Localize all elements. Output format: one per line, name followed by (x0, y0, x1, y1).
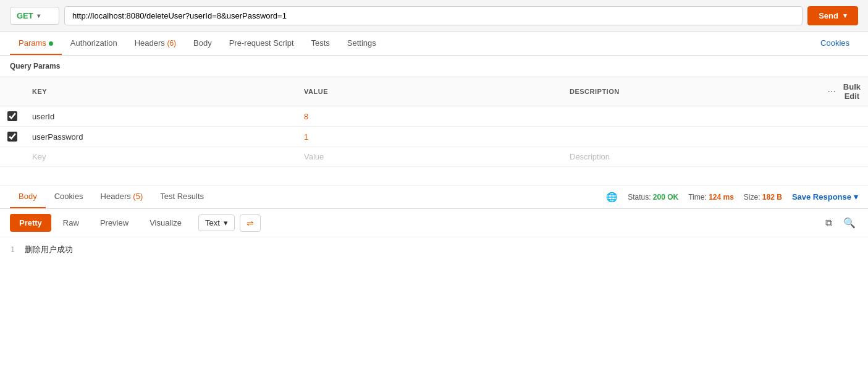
save-response-button[interactable]: Save Response ▾ (792, 192, 858, 201)
tab-body[interactable]: Body (185, 32, 221, 55)
col-header-key: KEY (25, 77, 297, 106)
response-tab-cookies[interactable]: Cookies (46, 185, 92, 208)
search-button[interactable]: 🔍 (841, 214, 858, 231)
row2-key[interactable]: userPassword (32, 132, 83, 142)
empty-key-placeholder[interactable]: Key (32, 152, 46, 161)
query-params-label: Query Params (0, 56, 868, 77)
url-input[interactable] (64, 6, 803, 25)
format-tab-preview[interactable]: Preview (91, 214, 138, 232)
row2-value[interactable]: 1 (304, 132, 308, 142)
response-tab-headers[interactable]: Headers (5) (92, 185, 152, 208)
tab-cookies[interactable]: Cookies (812, 32, 858, 55)
tab-prerequest[interactable]: Pre-request Script (221, 32, 303, 55)
tab-tests[interactable]: Tests (303, 32, 339, 55)
row2-checkbox[interactable] (7, 132, 17, 142)
col-header-actions: ··· Bulk Edit (817, 77, 868, 106)
tab-params[interactable]: Params (10, 32, 62, 55)
format-tab-visualize[interactable]: Visualize (140, 214, 191, 232)
line-number-1: 1 (0, 245, 25, 254)
response-tabs-bar: Body Cookies Headers (5) Test Results 🌐 … (0, 185, 868, 209)
empty-desc-placeholder[interactable]: Description (570, 152, 610, 161)
table-row: userPassword 1 (0, 127, 868, 147)
time-display: Time: 124 ms (688, 193, 734, 201)
size-display: Size: 182 B (744, 193, 782, 201)
row2-description[interactable] (562, 127, 817, 147)
spacer (0, 167, 868, 185)
url-bar: GET ▾ Send ▾ (0, 0, 868, 32)
row1-checkbox[interactable] (7, 111, 17, 121)
response-tab-testresults[interactable]: Test Results (151, 185, 213, 208)
status-label: Status: 200 OK (628, 193, 678, 201)
response-body-toolbar: Pretty Raw Preview Visualize Text ▾ ⇌ ⧉ … (0, 209, 868, 237)
response-status-bar: 🌐 Status: 200 OK Time: 124 ms Size: 182 … (606, 192, 858, 203)
col-header-value: VALUE (297, 77, 562, 106)
row1-value[interactable]: 8 (304, 112, 308, 121)
text-format-dropdown[interactable]: Text ▾ (198, 214, 235, 231)
tab-headers[interactable]: Headers (6) (126, 32, 185, 55)
col-header-check (0, 77, 25, 106)
params-dot-icon (49, 41, 53, 46)
save-response-chevron-icon: ▾ (854, 192, 858, 201)
format-tab-pretty[interactable]: Pretty (10, 214, 51, 232)
bulk-edit-button[interactable]: Bulk Edit (843, 82, 861, 101)
more-options-button[interactable]: ··· (825, 86, 838, 97)
response-tab-body[interactable]: Body (10, 185, 46, 208)
request-tabs-bar: Params Authorization Headers (6) Body Pr… (0, 32, 868, 56)
wrap-icon: ⇌ (246, 218, 254, 228)
table-row: userId 8 (0, 106, 868, 127)
method-chevron-icon: ▾ (37, 12, 40, 19)
format-tab-raw[interactable]: Raw (54, 214, 88, 232)
toolbar-right: ⧉ 🔍 (823, 214, 858, 231)
tab-authorization[interactable]: Authorization (62, 32, 126, 55)
response-content: 1 删除用户成功 (0, 237, 868, 274)
send-button[interactable]: Send ▾ (807, 6, 858, 25)
status-code: 200 OK (653, 193, 678, 201)
copy-icon: ⧉ (825, 218, 832, 228)
row1-description[interactable] (562, 106, 817, 127)
table-empty-row: Key Value Description (0, 147, 868, 167)
tab-settings[interactable]: Settings (339, 32, 385, 55)
send-chevron-icon: ▾ (843, 12, 847, 20)
method-label: GET (17, 11, 33, 20)
text-format-chevron-icon: ▾ (224, 218, 228, 227)
globe-icon: 🌐 (606, 192, 618, 203)
row1-key[interactable]: userId (32, 112, 54, 121)
method-dropdown[interactable]: GET ▾ (10, 7, 59, 25)
search-icon: 🔍 (843, 218, 856, 228)
copy-button[interactable]: ⧉ (823, 215, 835, 231)
params-table: KEY VALUE DESCRIPTION ··· Bulk Edit (0, 77, 868, 167)
col-header-description: DESCRIPTION (562, 77, 817, 106)
response-line-1: 1 删除用户成功 (0, 244, 868, 256)
wrap-button[interactable]: ⇌ (240, 214, 261, 232)
line-text-1: 删除用户成功 (25, 244, 73, 255)
empty-value-placeholder[interactable]: Value (304, 152, 324, 161)
